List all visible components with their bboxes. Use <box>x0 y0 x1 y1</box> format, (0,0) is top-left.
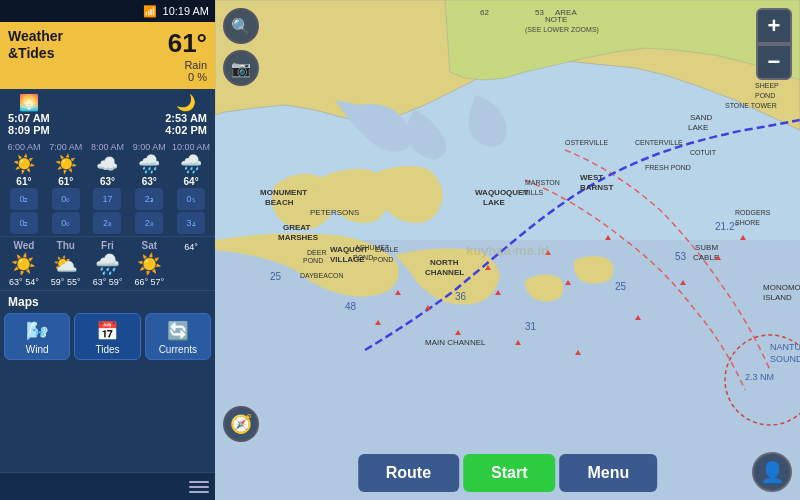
maps-title: Maps <box>4 295 211 309</box>
temp-display: 61° Rain 0 % <box>168 28 207 83</box>
svg-text:STONE TOWER: STONE TOWER <box>725 102 777 109</box>
search-icon: 🔍 <box>231 17 251 36</box>
svg-text:POND: POND <box>353 254 373 261</box>
svg-text:48: 48 <box>345 301 357 312</box>
svg-text:SAND: SAND <box>690 113 712 122</box>
wind-icon: 🌬️ <box>26 320 48 342</box>
svg-text:POND: POND <box>373 256 393 263</box>
svg-text:ISLAND: ISLAND <box>763 293 792 302</box>
sunrise-item: 🌅 5:07 AM 8:09 PM <box>8 93 50 136</box>
zoom-out-icon: − <box>768 51 781 73</box>
svg-text:FRESH POND: FRESH POND <box>645 164 691 171</box>
day-wed: Wed ☀️ 63° 54° <box>4 240 44 287</box>
svg-text:WAQUOQUET: WAQUOQUET <box>475 188 528 197</box>
status-time: 10:19 AM <box>163 5 209 17</box>
svg-text:CENTERVILLE: CENTERVILLE <box>635 139 683 146</box>
svg-text:MAIN CHANNEL: MAIN CHANNEL <box>425 338 486 347</box>
svg-text:(SEE LOWER ZOOMS): (SEE LOWER ZOOMS) <box>525 26 599 34</box>
zoom-in-icon: + <box>768 15 781 37</box>
hour-col-2: 8:00 AM ☁️ 63° 17 2₈ <box>88 142 128 234</box>
svg-text:DEER: DEER <box>307 249 326 256</box>
svg-text:62: 62 <box>480 8 489 17</box>
wind-1: 0₀ <box>52 212 80 234</box>
svg-text:25: 25 <box>270 271 282 282</box>
menu-button[interactable]: Menu <box>560 454 658 492</box>
svg-text:53: 53 <box>535 8 544 17</box>
sun-moon-row: 🌅 5:07 AM 8:09 PM 🌙 2:53 AM 4:02 PM <box>0 89 215 140</box>
svg-text:BEACH: BEACH <box>265 198 294 207</box>
wind-3: 2₈ <box>135 212 163 234</box>
weekly-forecast: Wed ☀️ 63° 54° Thu ⛅ 59° 55° Fri 🌧️ 63° … <box>0 236 215 290</box>
camera-map-button[interactable]: 📷 <box>223 50 259 86</box>
svg-text:SUBM: SUBM <box>695 243 718 252</box>
wave-3: 2₃ <box>135 188 163 210</box>
user-location-button[interactable]: 👤 <box>752 452 792 492</box>
start-button[interactable]: Start <box>463 454 555 492</box>
bottom-action-bar: Route Start Menu <box>358 454 658 492</box>
sidebar: 📶 10:19 AM Weather &Tides 61° Rain 0 % 🌅… <box>0 0 215 500</box>
tides-icon: 📅 <box>96 320 118 342</box>
sidebar-bottom-bar <box>0 472 215 500</box>
route-button[interactable]: Route <box>358 454 459 492</box>
svg-text:36: 36 <box>455 291 467 302</box>
tides-map-button[interactable]: 📅 Tides <box>74 313 140 360</box>
svg-text:GREAT: GREAT <box>283 223 311 232</box>
svg-text:MARSTON: MARSTON <box>525 179 560 186</box>
wave-2: 17 <box>93 188 121 210</box>
day-sat: Sat ☀️ 66° 57° <box>129 240 169 287</box>
rain-condition: Rain 0 % <box>168 59 207 83</box>
hour-col-4: 10:00 AM 🌧️ 64° 0₅ 3₄ <box>171 142 211 234</box>
wind-map-button[interactable]: 🌬️ Wind <box>4 313 70 360</box>
day-extra: 64° <box>171 240 211 287</box>
day-thu: Thu ⛅ 59° 55° <box>46 240 86 287</box>
svg-text:53: 53 <box>675 251 687 262</box>
compass-button[interactable]: 🧭 <box>223 406 259 442</box>
weather-title: Weather &Tides <box>8 28 63 62</box>
map-area: 25 48 36 31 25 53 21.2° 2.3 NM NANTUCKET… <box>215 0 800 500</box>
search-map-button[interactable]: 🔍 <box>223 8 259 44</box>
svg-text:RODGERS: RODGERS <box>735 209 771 216</box>
svg-text:OSTERVILLE: OSTERVILLE <box>565 139 608 146</box>
wave-4: 0₅ <box>177 188 205 210</box>
svg-text:CABLE: CABLE <box>693 253 719 262</box>
svg-text:SHEEP: SHEEP <box>755 82 779 89</box>
svg-text:PETERSONS: PETERSONS <box>310 208 359 217</box>
day-fri: Fri 🌧️ 63° 59° <box>88 240 128 287</box>
maps-section: Maps 🌬️ Wind 📅 Tides 🔄 Currents <box>0 290 215 472</box>
wave-1: 0₀ <box>52 188 80 210</box>
svg-text:NORTH: NORTH <box>430 258 459 267</box>
svg-text:POND: POND <box>755 92 775 99</box>
camera-icon: 📷 <box>231 59 251 78</box>
currents-icon: 🔄 <box>167 320 189 342</box>
hamburger-menu[interactable] <box>189 481 209 493</box>
zoom-in-button[interactable]: + <box>756 8 792 44</box>
svg-text:31: 31 <box>525 321 537 332</box>
map-controls: 🔍 📷 <box>223 8 259 86</box>
nautical-chart: 25 48 36 31 25 53 21.2° 2.3 NM NANTUCKET… <box>215 0 800 500</box>
svg-text:MILLS: MILLS <box>523 189 544 196</box>
svg-text:MARSHES: MARSHES <box>278 233 319 242</box>
svg-text:AREA: AREA <box>555 8 577 17</box>
moonrise-item: 🌙 2:53 AM 4:02 PM <box>165 93 207 136</box>
svg-text:MONOMOY: MONOMOY <box>763 283 800 292</box>
svg-text:2.3 NM: 2.3 NM <box>745 372 774 382</box>
wifi-icon: 📶 <box>143 5 157 18</box>
person-icon: 👤 <box>760 460 785 484</box>
svg-text:LAKE: LAKE <box>688 123 708 132</box>
svg-text:DAYBEACON: DAYBEACON <box>300 272 343 279</box>
zoom-out-button[interactable]: − <box>756 44 792 80</box>
svg-text:SOUND: SOUND <box>770 354 800 364</box>
zoom-controls: + − <box>756 8 792 80</box>
app-container: 📶 10:19 AM Weather &Tides 61° Rain 0 % 🌅… <box>0 0 800 500</box>
wind-0: 0₂ <box>10 212 38 234</box>
wind-4: 3₄ <box>177 212 205 234</box>
svg-text:CHANNEL: CHANNEL <box>425 268 464 277</box>
svg-text:MONUMENT: MONUMENT <box>260 188 307 197</box>
svg-text:LAKE: LAKE <box>483 198 505 207</box>
svg-text:25: 25 <box>615 281 627 292</box>
currents-map-button[interactable]: 🔄 Currents <box>145 313 211 360</box>
wind-2: 2₈ <box>93 212 121 234</box>
compass-icon: 🧭 <box>230 413 252 435</box>
status-bar: 📶 10:19 AM <box>0 0 215 22</box>
svg-text:WEST: WEST <box>580 173 603 182</box>
